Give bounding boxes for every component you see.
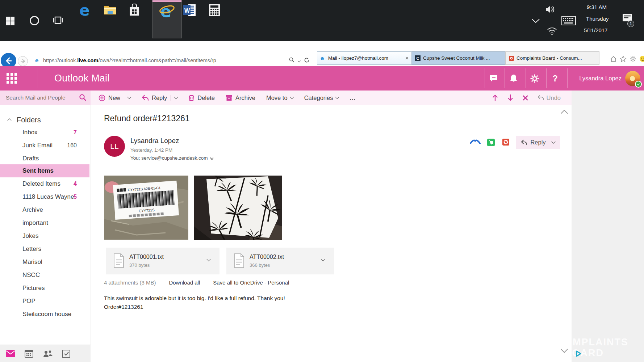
home-icon[interactable] [610, 56, 617, 62]
reply-dropdown-icon[interactable] [174, 95, 178, 99]
collapse-chevron-icon[interactable] [7, 118, 11, 122]
clock-date[interactable]: 5/11/2017 [584, 27, 608, 33]
boomerang-addin-icon[interactable] [470, 139, 481, 144]
search-box[interactable] [0, 90, 91, 105]
sidebar-item-jokes[interactable]: Jokes [0, 230, 89, 243]
favorites-star-icon[interactable] [620, 56, 627, 62]
folders-header[interactable]: Folders [0, 114, 91, 125]
ie-taskbar-button-active[interactable]: e [152, 0, 182, 38]
store-icon[interactable] [128, 4, 141, 17]
feedback-smiley-icon[interactable] [639, 55, 644, 62]
attachment-card-att00002[interactable]: ATT00002.txt 366 bytes [226, 248, 334, 274]
undo-button[interactable]: Undo [538, 94, 561, 101]
sidebar-item-nscc[interactable]: NSCC [0, 269, 89, 282]
sender-name[interactable]: Lysandra Lopez [130, 137, 179, 145]
task-view-icon[interactable] [53, 16, 63, 25]
tab-mail[interactable]: e Mail - llopez7@hotmail.com [317, 51, 412, 65]
start-button-icon[interactable] [6, 17, 14, 25]
previous-item-arrow-icon[interactable] [492, 94, 498, 101]
clock-day[interactable]: Thursday [586, 16, 609, 22]
app-title: Outlook Mail [54, 66, 109, 90]
red-star-addin-icon[interactable] [502, 139, 509, 146]
more-commands-button[interactable]: ... [350, 94, 356, 101]
attachment-image-barcode-bag[interactable]: CYY721S A2B-01-C1 CYY721S [104, 176, 188, 240]
settings-gear-icon[interactable] [630, 55, 636, 62]
expand-details-icon[interactable] [211, 156, 213, 160]
sidebar-item-deleted-items[interactable]: Deleted Items4 [0, 177, 89, 190]
new-button[interactable]: New [99, 94, 131, 101]
watermark-line1: OMPLAINTS [572, 337, 628, 348]
file-explorer-icon[interactable] [104, 4, 117, 16]
text-file-icon [113, 253, 124, 268]
reply-button[interactable]: Reply [142, 94, 177, 101]
sidebar-item-archive[interactable]: Archive [0, 203, 89, 216]
sidebar-item-junk-email[interactable]: Junk Email160 [0, 139, 89, 152]
browser-forward-button[interactable] [18, 56, 28, 66]
sidebar-item-pop[interactable]: POP [0, 295, 89, 308]
evernote-addin-icon[interactable] [487, 139, 495, 146]
scroll-down-icon[interactable] [561, 346, 568, 353]
notifications-bell-icon[interactable] [505, 66, 522, 90]
tasks-module-icon[interactable] [62, 350, 70, 358]
chat-icon[interactable] [485, 66, 502, 90]
categories-button[interactable]: Categories [304, 94, 339, 101]
tray-overflow-chevron-icon[interactable] [532, 19, 540, 23]
attachment-card-att00001[interactable]: ATT00001.txt 370 bytes [106, 248, 219, 274]
close-reading-pane-icon[interactable] [523, 95, 528, 101]
attachment-dropdown-icon[interactable] [321, 257, 325, 261]
adchoices-icon[interactable] [575, 350, 582, 357]
sidebar-item-important[interactable]: important [0, 216, 89, 230]
search-input[interactable] [5, 94, 74, 101]
svg-text:e: e [35, 58, 39, 63]
wifi-icon[interactable] [547, 27, 557, 35]
sidebar-item-pictures[interactable]: Pictures [0, 282, 89, 295]
search-dropdown-caret-icon[interactable] [298, 57, 300, 63]
download-all-link[interactable]: Download all [169, 279, 200, 286]
people-module-icon[interactable] [43, 350, 53, 358]
edge-taskbar-icon[interactable]: e [79, 3, 93, 18]
message-reply-button[interactable]: Reply [516, 136, 560, 149]
volume-icon[interactable] [545, 5, 556, 14]
tab-complaints-board[interactable]: Complaints Board - Consum... [505, 51, 599, 65]
help-icon[interactable]: ? [546, 66, 564, 90]
search-icon[interactable] [79, 94, 87, 101]
mail-module-icon[interactable] [6, 350, 15, 357]
sidebar-item-sent-items[interactable]: Sent Items [0, 164, 89, 177]
categories-dropdown-icon[interactable] [335, 95, 339, 99]
address-bar[interactable]: e https://outlook.live.com/owa/?realm=ho… [32, 54, 312, 67]
sidebar-item-drafts[interactable]: Drafts [0, 152, 89, 165]
refresh-icon[interactable] [304, 57, 310, 63]
save-all-onedrive-link[interactable]: Save all to OneDrive - Personal [213, 279, 289, 286]
email-body-line2: Order#1213261 [104, 303, 285, 311]
tab-close-icon[interactable] [405, 56, 409, 60]
new-dropdown-icon[interactable] [127, 95, 131, 99]
attachment-dropdown-icon[interactable] [206, 257, 210, 261]
sidebar-item-steilacoom-house[interactable]: Steilacoom house [0, 308, 89, 321]
cortana-icon[interactable] [30, 16, 39, 25]
settings-gear-icon[interactable] [526, 66, 543, 90]
move-to-button[interactable]: Move to [266, 94, 293, 101]
word-icon[interactable]: W [183, 4, 196, 17]
sidebar-item-inbox[interactable]: Inbox7 [0, 126, 89, 139]
message-reply-dropdown-icon[interactable] [551, 139, 555, 143]
calendar-module-icon[interactable] [25, 350, 33, 358]
delete-button[interactable]: Delete [188, 94, 215, 101]
user-name[interactable]: Lysandra Lopez [574, 66, 622, 90]
attachment-image-swimsuit[interactable] [194, 176, 282, 240]
scroll-up-icon[interactable] [561, 110, 568, 117]
touch-keyboard-icon[interactable] [561, 16, 576, 25]
attachment-size: 366 bytes [250, 262, 270, 268]
recipients-row[interactable]: You; service@cupshe.zendesk.com [130, 155, 213, 161]
move-to-dropdown-icon[interactable] [290, 95, 294, 99]
app-launcher-icon[interactable] [7, 73, 17, 84]
search-icon[interactable] [289, 57, 294, 63]
sender-avatar[interactable]: LL [104, 136, 125, 157]
sidebar-item-1118-lucas-wayne[interactable]: 1118 Lucas Wayne5 [0, 190, 89, 203]
archive-button[interactable]: Archive [226, 94, 255, 101]
sidebar-item-marisol[interactable]: Marisol [0, 256, 89, 269]
calculator-icon[interactable] [209, 4, 220, 17]
next-item-arrow-icon[interactable] [507, 94, 513, 101]
tab-cupshe[interactable]: C Cupshe Sweet Coconut Milk ... [412, 51, 505, 65]
clock-time[interactable]: 9:31 AM [587, 4, 607, 10]
sidebar-item-letters[interactable]: Letters [0, 243, 89, 256]
